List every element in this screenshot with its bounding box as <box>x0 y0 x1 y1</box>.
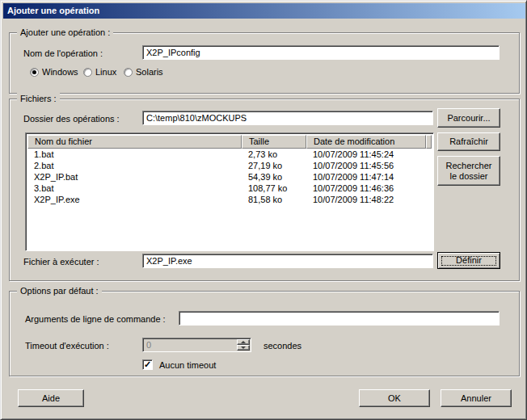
checkmark-icon: ✓ <box>144 360 151 369</box>
ok-button[interactable]: OK <box>359 389 430 407</box>
add-operation-dialog: Ajouter une opération Ajouter une opérat… <box>0 0 527 420</box>
exec-file-label: Fichier à exécuter : <box>23 256 99 267</box>
define-button[interactable]: Définir <box>437 252 500 269</box>
operations-folder-field[interactable]: C:\temp\810\zMOCKUPS <box>142 111 433 125</box>
timeout-spinner: 0 <box>142 338 251 352</box>
operation-name-label: Nom de l'opération : <box>23 48 103 59</box>
column-header-date[interactable]: Date de modification <box>306 135 426 149</box>
radio-linux[interactable]: Linux <box>83 67 116 77</box>
table-row[interactable]: 3.bat 108,77 ko 10/07/2009 11:46:36 <box>27 183 432 194</box>
command-args-label: Arguments de ligne de commande : <box>25 313 166 325</box>
window-title: Ajouter une opération <box>7 6 99 15</box>
refresh-button[interactable]: Rafraîchir <box>437 132 500 151</box>
operation-groupbox: Ajouter une opération : <box>9 32 520 94</box>
radio-solaris-icon <box>124 68 133 77</box>
file-list-header: Nom du fichier Taille Date de modificati… <box>27 135 432 149</box>
radio-solaris[interactable]: Solaris <box>124 67 163 77</box>
timeout-unit-label: secondes <box>264 340 301 351</box>
column-header-filler <box>426 135 432 149</box>
radio-solaris-label: Solaris <box>136 67 163 77</box>
no-timeout-checkbox[interactable]: ✓ <box>142 359 153 370</box>
table-row[interactable]: X2P_IP.exe 81,58 ko 10/07/2009 11:48:22 <box>27 194 432 205</box>
no-timeout-label: Aucun timeout <box>159 359 216 371</box>
operation-group-legend: Ajouter une opération : <box>17 27 113 38</box>
title-bar[interactable]: Ajouter une opération <box>3 3 525 19</box>
operations-folder-label: Dossier des opérations : <box>23 113 120 124</box>
radio-windows-icon <box>30 68 39 77</box>
spinner-down-icon <box>241 346 246 349</box>
radio-windows[interactable]: Windows <box>30 67 78 77</box>
spinner-up-button <box>237 339 250 345</box>
search-folder-button[interactable]: Rechercher le dossier <box>437 156 500 186</box>
files-group-legend: Fichiers : <box>17 93 60 104</box>
timeout-value: 0 <box>146 340 151 350</box>
browse-button[interactable]: Parcourir... <box>437 108 500 128</box>
spinner-down-button <box>237 345 250 351</box>
column-header-size[interactable]: Taille <box>242 135 306 149</box>
cancel-button[interactable]: Annuler <box>441 389 512 407</box>
column-header-name[interactable]: Nom du fichier <box>27 135 242 149</box>
help-button[interactable]: Aide <box>18 389 84 407</box>
radio-linux-label: Linux <box>95 67 116 77</box>
spinner-buttons <box>237 339 250 351</box>
table-row[interactable]: 2.bat 27,19 ko 10/07/2009 11:45:56 <box>27 160 432 171</box>
table-row[interactable]: X2P_IP.bat 54,39 ko 10/07/2009 11:47:14 <box>27 171 432 183</box>
operation-name-input[interactable] <box>142 45 500 60</box>
radio-linux-icon <box>83 68 92 77</box>
spinner-up-icon <box>241 341 246 343</box>
options-group-legend: Options par défaut : <box>17 285 102 296</box>
file-list[interactable]: Nom du fichier Taille Date de modificati… <box>25 132 434 251</box>
timeout-label: Timeout d'exécution : <box>25 340 109 351</box>
radio-windows-label: Windows <box>42 67 78 77</box>
table-row[interactable]: 1.bat 2,73 ko 10/07/2009 11:45:24 <box>27 149 432 160</box>
exec-file-field[interactable]: X2P_IP.exe <box>142 254 433 268</box>
options-groupbox: Options par défaut : <box>9 291 520 376</box>
command-args-input[interactable] <box>179 311 500 326</box>
focus-rectangle: Définir <box>441 256 496 266</box>
